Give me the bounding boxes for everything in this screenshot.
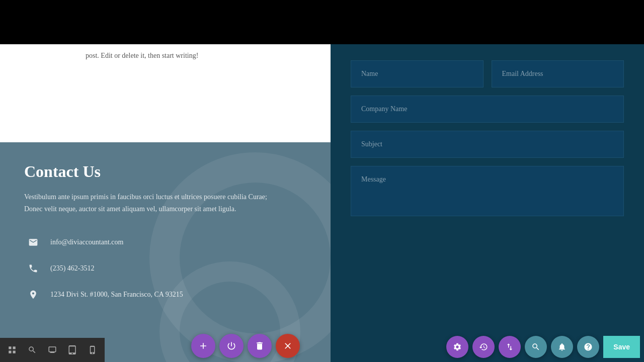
contact-email: info@diviaccountant.com	[50, 238, 123, 246]
sort-fab[interactable]	[499, 336, 521, 358]
toolbar-left	[0, 338, 105, 362]
subject-input[interactable]	[351, 131, 624, 158]
top-bar	[0, 0, 644, 44]
email-input[interactable]	[492, 60, 624, 87]
add-fab[interactable]	[191, 334, 215, 358]
search-tool-fab[interactable]	[525, 336, 547, 358]
form-row-subject	[351, 131, 624, 158]
right-tools: Save	[446, 336, 640, 358]
trash-fab[interactable]	[248, 334, 272, 358]
message-textarea[interactable]	[351, 166, 624, 216]
settings-fab[interactable]	[551, 336, 573, 358]
power-fab[interactable]	[219, 334, 244, 358]
company-input[interactable]	[351, 96, 624, 123]
save-button[interactable]: Save	[603, 336, 640, 358]
contact-address-item: 1234 Divi St. #1000, San Francisco, CA 9…	[24, 286, 310, 304]
contact-form	[331, 44, 644, 362]
form-row-company	[351, 96, 624, 123]
close-fab[interactable]	[276, 334, 300, 358]
contact-phone-item: (235) 462-3512	[24, 259, 310, 278]
help-fab[interactable]	[577, 336, 599, 358]
history-fab[interactable]	[472, 336, 495, 358]
gear-fab[interactable]	[446, 336, 468, 358]
contact-phone: (235) 462-3512	[50, 264, 95, 273]
toolbar-tablet-btn[interactable]	[62, 340, 83, 360]
main-content: post. Edit or delete it, then start writ…	[0, 44, 644, 362]
contact-section: Contact Us Vestibulum ante ipsum primis …	[0, 142, 331, 362]
name-input[interactable]	[351, 60, 484, 87]
toolbar-search-btn[interactable]	[22, 340, 42, 360]
form-row-name-email	[351, 60, 624, 87]
contact-address: 1234 Divi St. #1000, San Francisco, CA 9…	[50, 291, 183, 299]
blog-text: post. Edit or delete it, then start writ…	[86, 52, 198, 59]
contact-email-item: info@diviaccountant.com	[24, 233, 310, 251]
form-row-message	[351, 166, 624, 216]
toolbar-phone-btn[interactable]	[83, 340, 103, 360]
blog-text-area: post. Edit or delete it, then start writ…	[0, 44, 331, 142]
contact-title: Contact Us	[24, 162, 310, 181]
floating-actions	[191, 334, 300, 358]
toolbar-monitor-btn[interactable]	[42, 340, 62, 360]
location-icon	[24, 286, 42, 304]
toolbar-grid-btn[interactable]	[2, 340, 22, 360]
email-icon	[24, 233, 42, 251]
left-panel: post. Edit or delete it, then start writ…	[0, 44, 331, 362]
phone-icon	[24, 259, 42, 278]
contact-description: Vestibulum ante ipsum primis in faucibus…	[24, 191, 276, 215]
